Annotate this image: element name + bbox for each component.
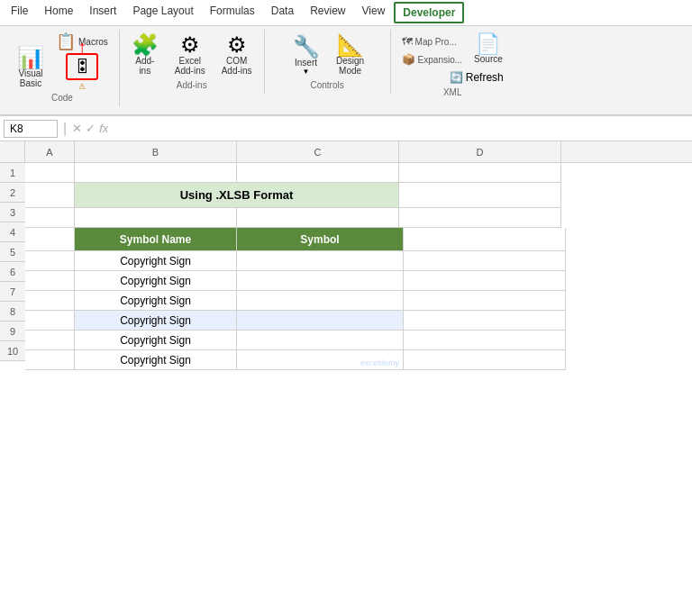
cell-c9[interactable] (237, 331, 404, 350)
insert-control-button[interactable]: 🔧 Insert ▼ (286, 33, 326, 78)
addins-group-items: 🧩 Add-ins ⚙ ExcelAdd-ins ⚙ COMAdd-ins (127, 32, 257, 78)
add-ins-button[interactable]: 🧩 Add-ins (127, 32, 163, 78)
table-row: Symbol Name Symbol (25, 228, 692, 251)
col-header-c: C (237, 141, 399, 162)
cell-a3[interactable] (25, 208, 75, 228)
cell-a2[interactable] (25, 183, 75, 208)
cell-b10[interactable]: Copyright Sign (75, 350, 237, 370)
row-header-9: 9 (0, 322, 25, 341)
design-mode-button[interactable]: 📐 DesignMode (332, 32, 369, 78)
cell-b5[interactable]: Copyright Sign (75, 251, 237, 271)
map-properties-icon: 🗺 (402, 35, 413, 48)
visual-basic-button[interactable]: 📊 VisualBasic (13, 44, 49, 91)
cell-b9[interactable]: Copyright Sign (75, 331, 237, 350)
refresh-button[interactable]: 🔄 Refresh (446, 69, 507, 86)
code-group-items: 📊 VisualBasic 📋 Macros ↑ 🎛 ⚠ (13, 32, 112, 91)
map-properties-button[interactable]: 🗺 Map Pro... (398, 33, 466, 50)
design-mode-label: DesignMode (336, 56, 364, 76)
cell-c4-header[interactable]: Symbol (237, 228, 404, 251)
source-button[interactable]: 📄 Source (469, 32, 507, 68)
cell-b8[interactable]: Copyright Sign (75, 311, 237, 331)
expansion-packs-button[interactable]: 📦 Expansio... (398, 51, 466, 68)
controls-group-label: Controls (310, 80, 343, 92)
cell-d8[interactable] (404, 311, 566, 331)
spreadsheet-area: 1 2 3 4 5 6 7 8 9 10 A B C D Using .XLSB… (0, 141, 692, 591)
menu-insert[interactable]: Insert (82, 2, 123, 23)
cell-a6[interactable] (25, 271, 75, 291)
row-header-1: 1 (0, 163, 25, 183)
menu-home[interactable]: Home (37, 2, 80, 23)
cell-a9[interactable] (25, 331, 75, 350)
ribbon-group-addins: 🧩 Add-ins ⚙ ExcelAdd-ins ⚙ COMAdd-ins Ad… (120, 30, 265, 94)
cell-c7[interactable] (237, 291, 404, 311)
table-row: Copyright Sign (25, 331, 692, 350)
row-header-5: 5 (0, 242, 25, 262)
cell-d10[interactable] (404, 350, 566, 370)
ribbon: 📊 VisualBasic 📋 Macros ↑ 🎛 ⚠ Code (0, 26, 692, 116)
cell-d2[interactable] (399, 183, 561, 208)
com-add-ins-button[interactable]: ⚙ COMAdd-ins (217, 32, 257, 78)
cell-reference-value: K8 (10, 122, 23, 135)
refresh-icon: 🔄 (450, 71, 463, 84)
cell-d6[interactable] (404, 271, 566, 291)
code-group-label: Code (51, 93, 73, 104)
formula-input[interactable] (112, 121, 688, 137)
map-properties-label: Map Pro... (415, 37, 457, 47)
table-row (25, 163, 692, 183)
cell-d4[interactable] (404, 228, 566, 251)
cell-d7[interactable] (404, 291, 566, 311)
cell-d5[interactable] (404, 251, 566, 271)
cell-d3[interactable] (399, 208, 561, 228)
cell-d9[interactable] (404, 331, 566, 350)
menu-review[interactable]: Review (303, 2, 352, 23)
table-row: Copyright Sign exceldemy (25, 350, 692, 370)
menu-formulas[interactable]: Formulas (203, 2, 262, 23)
add-ins-label: Add-ins (135, 56, 154, 76)
col-header-d: D (399, 141, 561, 162)
xml-group-label: XML (443, 87, 462, 99)
cell-b6[interactable]: Copyright Sign (75, 271, 237, 291)
cell-b4-header[interactable]: Symbol Name (75, 228, 237, 251)
cell-c6[interactable] (237, 271, 404, 291)
cell-a10[interactable] (25, 350, 75, 370)
table-row: Copyright Sign (25, 311, 692, 331)
excel-add-ins-label: ExcelAdd-ins (175, 56, 205, 76)
col-header-a: A (25, 141, 75, 162)
cell-b1[interactable] (75, 163, 237, 183)
cell-c8[interactable] (237, 311, 404, 331)
row-header-2: 2 (0, 183, 25, 203)
menu-developer[interactable]: Developer (394, 2, 464, 23)
cell-c1[interactable] (237, 163, 399, 183)
menu-page-layout[interactable]: Page Layout (125, 2, 200, 23)
cell-b2-title[interactable]: Using .XLSB Format (75, 183, 399, 208)
design-mode-icon: 📐 (337, 34, 364, 56)
arrow-up-icon: ↑ (77, 37, 86, 58)
col-headers-row: A B C D (25, 141, 692, 163)
grid-area: A B C D Using .XLSB Format Sy (25, 141, 692, 591)
cell-reference-box[interactable]: K8 (4, 120, 58, 138)
cell-b7[interactable]: Copyright Sign (75, 291, 237, 311)
menu-view[interactable]: View (355, 2, 393, 23)
cell-a5[interactable] (25, 251, 75, 271)
menu-file[interactable]: File (4, 2, 35, 23)
cell-c10[interactable]: exceldemy (237, 350, 404, 370)
excel-add-ins-button[interactable]: ⚙ ExcelAdd-ins (170, 32, 210, 78)
cell-d1[interactable] (399, 163, 561, 183)
confirm-icon: ✓ (86, 122, 96, 135)
cell-a8[interactable] (25, 311, 75, 331)
watermark: exceldemy (360, 358, 399, 367)
cell-a7[interactable] (25, 291, 75, 311)
row-header-7: 7 (0, 282, 25, 302)
insert-control-label: Insert (295, 58, 317, 68)
cell-a4[interactable] (25, 228, 75, 251)
table-row (25, 208, 692, 228)
table-row: Copyright Sign (25, 251, 692, 271)
cell-c5[interactable] (237, 251, 404, 271)
insert-highlighted-button[interactable]: ↑ 🎛 (66, 53, 98, 80)
menu-bar: File Home Insert Page Layout Formulas Da… (0, 0, 692, 26)
cell-b3[interactable] (75, 208, 237, 228)
cell-c3[interactable] (237, 208, 399, 228)
menu-data[interactable]: Data (264, 2, 301, 23)
cell-a1[interactable] (25, 163, 75, 183)
visual-basic-label: VisualBasic (18, 68, 42, 88)
